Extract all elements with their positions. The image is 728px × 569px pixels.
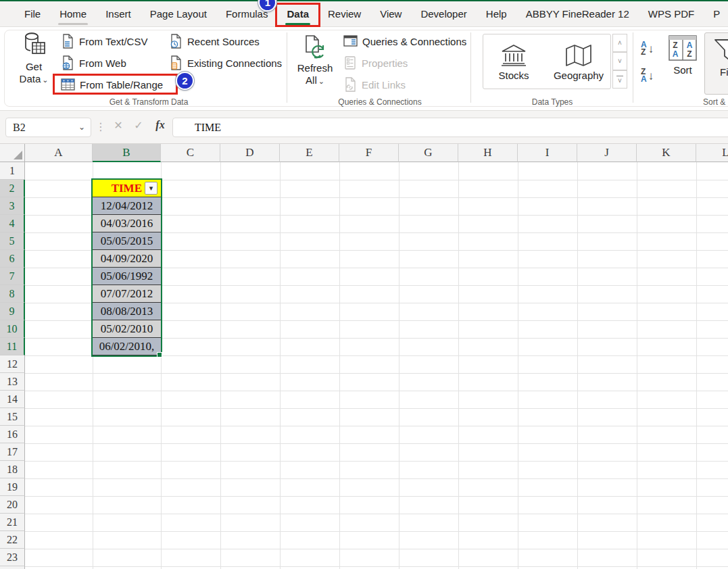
column-header-A[interactable]: A [25,144,93,162]
tab-home[interactable]: Home [50,1,96,26]
column-header-D[interactable]: D [220,144,280,162]
name-box[interactable]: B2 ⌄ [5,118,91,137]
column-header-L[interactable]: L [696,144,728,162]
gridline [637,162,637,569]
group-label-queries: Queries & Connections [299,97,461,108]
gallery-scroll-up-button[interactable]: ˄ [612,34,627,52]
tab-label: Page Layout [150,8,207,20]
stocks-button[interactable]: Stocks [485,37,543,87]
web-globe-icon [61,55,74,70]
tab-help[interactable]: Help [477,1,516,26]
column-header-K[interactable]: K [637,144,696,162]
queries-connections-button[interactable]: Queries & Connections [343,32,466,50]
row-header-12[interactable]: 12 [0,355,25,373]
tab-file[interactable]: File [15,1,50,26]
properties-label: Properties [362,57,408,69]
table-cell-date[interactable]: 12/04/2012 [93,197,161,215]
tab-wps-pdf[interactable]: WPS PDF [639,1,704,26]
row-header-19[interactable]: 19 [0,478,25,496]
formula-bar: B2 ⌄ ⋮ ✕ ✓ fx TIME [0,111,728,144]
table-filter-dropdown-button[interactable]: ▾ [145,182,157,195]
table-cell-date[interactable]: 05/06/1992 [93,268,161,285]
get-data-button[interactable]: Get Data⌄ [16,31,51,86]
group-separator [633,32,633,103]
existing-connections-label: Existing Connections [187,57,282,69]
tab-label: Insert [105,8,131,20]
row-header-17[interactable]: 17 [0,443,25,461]
row-header-8[interactable]: 8 [0,285,25,303]
row-header-14[interactable]: 14 [0,391,25,408]
tab-insert[interactable]: Insert [96,1,141,26]
row-header-18[interactable]: 18 [0,461,25,478]
table-cell-date[interactable]: 06/02/2010, [93,338,161,355]
insert-function-button[interactable]: fx [151,119,169,131]
tab-data[interactable]: Data1 [277,1,318,26]
table-cell-date[interactable]: 05/02/2010 [93,320,161,338]
column-header-J[interactable]: J [577,144,637,162]
row-header-1[interactable]: 1 [0,162,25,180]
table-cell-date[interactable]: 04/03/2016 [93,215,161,232]
formula-input[interactable]: TIME [172,118,728,137]
column-header-I[interactable]: I [518,144,577,162]
row-header-15[interactable]: 15 [0,408,25,426]
gallery-scroll-down-button[interactable]: ˅ [612,52,627,70]
existing-connections-button[interactable]: Existing Connections [169,54,282,72]
column-header-F[interactable]: F [339,144,399,162]
table-cell-date[interactable]: 07/07/2012 [93,285,161,303]
gallery-more-button[interactable]: ˅ [612,70,627,89]
tab-label: Review [328,8,361,20]
row-header-3[interactable]: 3 [0,197,25,215]
existing-connections-icon [169,55,183,70]
table-cell-date[interactable]: 04/09/2020 [93,250,161,268]
from-table-range-button[interactable]: From Table/Range [61,76,163,93]
tab-page-layout[interactable]: Page Layout [141,1,216,26]
row-header-10[interactable]: 10 [0,320,25,338]
column-header-G[interactable]: G [399,144,458,162]
refresh-all-button[interactable]: Refresh All⌄ [295,32,335,87]
sort-button[interactable]: Z A A Z Sort [668,35,698,76]
row-header-23[interactable]: 23 [0,549,25,566]
row-header-20[interactable]: 20 [0,496,25,514]
tab-p[interactable]: P [704,1,728,26]
from-text-csv-button[interactable]: From Text/CSV [61,32,147,50]
column-header-E[interactable]: E [280,144,339,162]
row-header-22[interactable]: 22 [0,531,25,549]
tab-view[interactable]: View [370,1,411,26]
table-cell-date[interactable]: 05/05/2015 [93,232,161,250]
row-header-7[interactable]: 7 [0,268,25,285]
select-all-button[interactable] [0,144,25,162]
tab-review[interactable]: Review [318,1,370,26]
filter-button[interactable]: Filt [704,32,728,95]
row-header-21[interactable]: 21 [0,514,25,531]
fill-handle[interactable] [157,352,162,357]
row-header-2[interactable]: 2 [0,180,25,197]
gridline [696,162,697,569]
row-header-9[interactable]: 9 [0,303,25,320]
cancel-button[interactable]: ✕ [110,119,127,132]
row-header-6[interactable]: 6 [0,250,25,268]
from-web-button[interactable]: From Web [61,54,126,72]
tab-label: WPS PDF [648,8,694,20]
column-header-B[interactable]: B [93,144,161,162]
row-header-16[interactable]: 16 [0,426,25,443]
sort-descending-button[interactable]: ZA ↓ [641,65,665,86]
row-header-11[interactable]: 11 [0,338,25,355]
tab-abbyy-finereader-12[interactable]: ABBYY FineReader 12 [516,1,639,26]
tab-developer[interactable]: Developer [411,1,476,26]
svg-text:A: A [687,41,693,50]
column-header-C[interactable]: C [161,144,220,162]
sort-ascending-button[interactable]: AZ ↓ [641,38,665,59]
ribbon-tab-bar: FileHomeInsertPage LayoutFormulasData1Re… [0,1,728,27]
enter-button[interactable]: ✓ [130,119,147,132]
sort-label: Sort [673,64,692,76]
column-header-H[interactable]: H [458,144,518,162]
table-cell-date[interactable]: 08/08/2013 [93,303,161,320]
recent-sources-button[interactable]: Recent Sources [169,32,260,50]
row-header-5[interactable]: 5 [0,232,25,250]
gridline [25,461,728,462]
row-header-13[interactable]: 13 [0,373,25,391]
row-header-4[interactable]: 4 [0,215,25,232]
gridline [25,531,728,532]
gridline [25,426,728,426]
geography-button[interactable]: Geography [550,37,608,87]
